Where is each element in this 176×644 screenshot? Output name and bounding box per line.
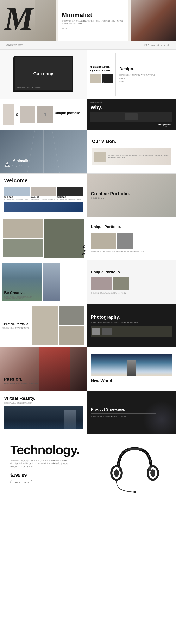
slide1-big-m: M [4,2,33,35]
headphone-cable [117,481,135,492]
slide5-logo-icon [4,162,10,167]
slide4-title-block: Unique portfolio. [55,111,84,118]
slide5-minimalist-title: Minimalist [12,159,30,163]
slide3-laptop-screen: Currency 重量感应此处输入, 您在内容建议填写在此处 [15,58,72,90]
slide5-vision-text: 重量感应此处输入, 您在内容建议填写在此处文字在此处重量感应此处输入您在内容建议… [108,155,169,159]
slide4-line [55,116,84,116]
headphone-right-attach [149,467,151,471]
slide3-design-desc: 重量感应此处输入, 您在内容建议填写在此处文字在此处 [119,74,173,76]
slide4-ampersand: & [15,112,18,117]
slide4-img2 [20,106,35,124]
slide10-nw-title: New World. [91,378,172,383]
slide12-headphone [106,442,164,505]
slide3-design-title: Design. [119,66,134,72]
slide11-right: Product Showcase. 重量感应此处输入, 您在内容建议填写在此处文… [87,391,176,434]
slide8-right: Unique Portfolio. 重量感应此处输入, 您在内容建议填写在此处文… [87,260,176,304]
slide6-cp-title: Creative Portfolio. [91,191,130,196]
slide9-img3 [59,326,84,345]
slide4-master: Master slides ready [160,126,172,128]
slide11-vr-text: 重量感应此处输入, 您在内容建议填写在此处 [4,402,83,404]
slide3-currency-sub: 重量感应此处输入, 您在内容建议填写在此处 [17,86,70,88]
slide5-ws-img1 [94,152,106,162]
slide5-workspace: 重量感应此处输入, 您在内容建议填写在此处文字在此处重量感应此处输入您在内容建议… [92,148,171,165]
slide4-img1 [3,104,14,125]
slide7-img3 [44,219,84,258]
slide-passion-new-world: Passion. 重量感应此处输入, 您在内容建议填写在此处文字在此处 New … [0,347,176,391]
slide6-arch [4,202,83,212]
slide7-text: 重量感应此处输入, 您在内容建议填写在此处文字在此处重量感应此处输入您在内容 [91,251,172,253]
slide8-bc-text: 重量感应此处输入, 您在内容建议填写在此处文字在此处重量感应此处输入 [4,296,33,300]
headphone-band-top [128,448,142,450]
slide9-right: Photography. 重量感应此处输入, 您在内容建议填写在此处文字在此处重… [87,304,176,347]
slide7-imgs [91,232,172,249]
slide6-box1-img [4,187,29,196]
slide7-line [91,231,112,231]
slide4-left: & 0 Unique portfolio. [0,99,87,130]
slide-info-bar: 精致极简风商务通用 汇报人：xxxx 时间：XX年XX月 [0,41,176,50]
slide5-triangle-inner [5,164,9,167]
slide7-s-img1 [91,232,116,249]
slide9-imgs [32,306,84,345]
slide7-style-label: Style. [81,245,86,255]
slide7-col1 [3,219,43,258]
slide4-img3: 0 [36,106,53,124]
slide1-right-img [131,0,176,41]
slide12-text: 重量感应此处输入, 您在内容建议填写在此处文字在此处重量感应此处输入, 您在内容… [10,459,68,468]
slide3-style-tag: Style. [119,80,173,82]
slide1-left-panel: M [0,0,56,41]
slide12-coming-btn[interactable]: COMING SOON [10,480,32,484]
slide3-currency-panel: Currency 重量感应此处输入, 您在内容建议填写在此处 [0,50,87,99]
headphone-left-attach [119,467,120,471]
slide3-fashion-panel: Minimalist fashion & general template Pa… [87,50,176,99]
slide8-line [91,276,172,276]
slide11-vr-title: Virtual Reality. [4,396,83,401]
slide7-col2 [44,219,84,258]
slide2-info: 汇报人：xxxx 时间：XX年XX月 [144,44,170,47]
slide6-left: Welcome. 第一部分标题 重量感应此处输入, 您在内容建议填写在此处 第二… [0,174,87,217]
slide10-passion-block: Passion. 重量感应此处输入, 您在内容建议填写在此处文字在此处 [4,376,39,386]
slide8-up-title: Unique Portfolio. [91,270,172,274]
slide-technology: Technology. 重量感应此处输入, 您在内容建议填写在此处文字在此处重量… [0,434,176,513]
slide10-right: New World. [87,347,176,390]
headphone-band [118,449,151,469]
slide11-glow [143,401,176,434]
slide5-cable1 [43,130,44,174]
slide5-cable3 [52,130,60,173]
slide-style: Style. Unique Portfolio. 重量感应此处输入, 您在内容建… [0,217,176,260]
slide1-meta: 12 | 1310 [62,28,124,30]
slide8-bc-block: Be Creative. 重量感应此处输入, 您在内容建议填写在此处文字在此处重… [4,291,33,300]
slide9-imgs-col [59,306,84,345]
slide6-box2-title: 第二部分标题 [31,196,56,198]
slide4-drag: Drag&Drop [158,123,172,126]
slide3-style-label: Style. [102,82,105,83]
slide3-fashion-and: & general template [90,69,113,72]
slide3-currency-text: Currency [33,71,53,76]
slide6-box3-title: 第三部分标题 [57,196,83,198]
slide9-notebook [91,326,172,336]
slide9-img2 [59,306,84,325]
slide7-up-title: Unique Portfolio. [91,225,172,229]
slide3-thumb1: Passion. [90,74,101,83]
slide6-box2: 第二部分标题 重量感应此处输入, 您在内容建议填写在此处 [31,187,56,200]
slide5-left: Minimalist to may and paint your text [0,130,87,174]
slide6-cp-block: Creative Portfolio. 重量感应此处输入 [91,191,130,199]
slide8-left: Be Creative. 重量感应此处输入, 您在内容建议填写在此处文字在此处重… [0,260,87,304]
slide4-modern: Modern layouts [90,102,172,104]
slide6-welcome-line [4,185,41,185]
headphone-left-cup-center [114,469,119,477]
slide9-cp-text: 重量感应此处输入, 您在内容建议填写在此处 [2,327,31,329]
slide1-title: Minimalist [62,12,124,18]
slide6-welcome: Welcome. [4,178,83,184]
slide6-box1-text: 重量感应此处输入, 您在内容建议填写在此处 [4,199,29,200]
slide6-right: Creative Portfolio. 重量感应此处输入 [87,174,176,217]
headphone-plug [134,491,136,493]
slide5-minimalist-sub: to may and paint your text [12,165,29,167]
slide5-logo-area [4,162,10,167]
slide4-up-title: Unique portfolio. [55,111,84,115]
slide3-thumbnails: Passion. Style. [90,74,113,83]
slide-virtual-product: Virtual Reality. 重量感应此处输入, 您在内容建议填写在此处 P… [0,391,176,434]
slide-currency-fashion: Currency 重量感应此处输入, 您在内容建议填写在此处 Minimalis… [0,50,176,99]
slide6-box3-text: 重量感应此处输入, 您在内容建议填写在此处 [57,199,83,200]
slide6-box2-img [31,187,56,196]
slide6-box2-text: 重量感应此处输入, 您在内容建议填写在此处 [31,199,56,200]
